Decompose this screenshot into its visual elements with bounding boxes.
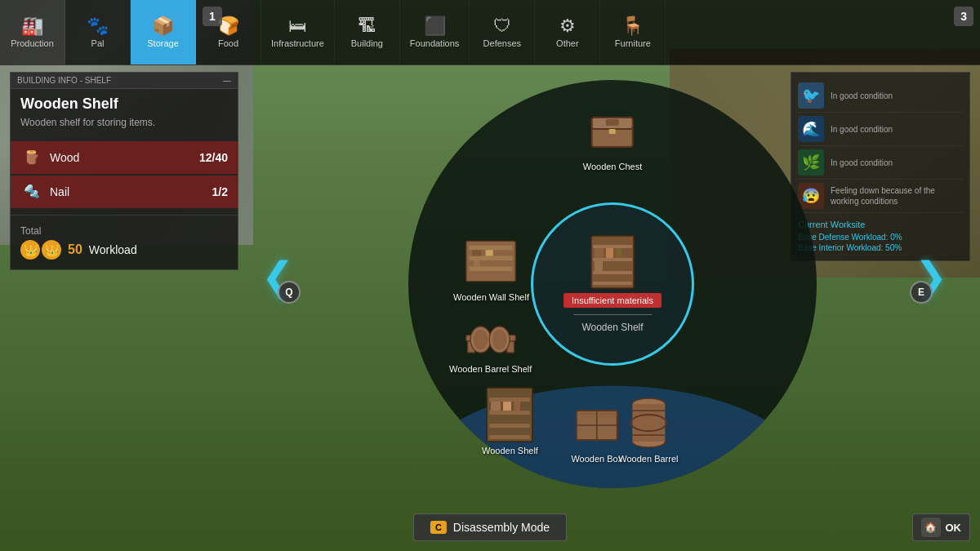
nail-label: Nail	[50, 185, 206, 198]
svg-rect-6	[470, 256, 513, 260]
top-navigation: 1 🏭 Production 🐾 Pal 📦 Storage 🍞 Food 🛏 …	[0, 0, 980, 65]
building-info-panel: BUILDING INFO - SHELF — Wooden Shelf Woo…	[10, 72, 238, 270]
worksite-title: Current Worksite	[798, 220, 963, 229]
svg-rect-39	[593, 271, 632, 274]
barrel-shelf-icon	[465, 307, 517, 359]
wooden-barrel-label: Wooden Barrel	[618, 454, 678, 464]
tab-storage[interactable]: 📦 Storage	[131, 0, 196, 64]
disassembly-key: C	[430, 521, 447, 534]
ok-button-area: 🏠 OK	[912, 513, 971, 541]
other-label: Other	[556, 38, 579, 48]
worksite-footer: Current Worksite Base Defense Workload: …	[798, 213, 963, 252]
tab-production[interactable]: 🏭 Production	[0, 0, 65, 64]
status-panel: 🐦 In good condition 🌊 In good condition …	[791, 72, 970, 261]
barrel-shelf-label: Wooden Barrel Shelf	[449, 364, 532, 374]
status-row-1: 🐦 In good condition	[798, 79, 963, 113]
svg-point-17	[492, 329, 506, 349]
wood-icon: 🪵	[20, 146, 43, 169]
panel-header-bar: BUILDING INFO - SHELF —	[11, 73, 238, 89]
wooden-shelf-selected-label: Wooden Shelf	[482, 446, 538, 455]
center-shelf-display: Insufficient materials Wooden Shelf	[564, 234, 662, 333]
svg-rect-41	[595, 248, 604, 258]
radial-item-barrel-shelf[interactable]: Wooden Barrel Shelf	[449, 307, 532, 374]
pal-status-icon-3: 🌿	[798, 149, 824, 176]
svg-rect-2	[606, 119, 619, 126]
svg-rect-23	[491, 402, 501, 411]
disassembly-label: Disassembly Mode	[453, 521, 550, 534]
tab-defenses[interactable]: 🛡 Defenses	[470, 0, 535, 64]
wooden-chest-icon	[586, 104, 639, 157]
building-description: Wooden shelf for storing items.	[11, 116, 238, 140]
svg-point-15	[473, 329, 488, 349]
svg-rect-10	[474, 260, 479, 266]
svg-rect-8	[473, 250, 482, 256]
radial-center-item: Insufficient materials Wooden Shelf	[531, 202, 694, 366]
building-title: Wooden Shelf	[11, 89, 238, 116]
svg-rect-37	[593, 245, 632, 248]
tab-infrastructure[interactable]: 🛏 Infrastructure	[261, 0, 335, 64]
radial-item-wooden-chest[interactable]: Wooden Chest	[583, 104, 643, 171]
nail-count: 1/2	[212, 185, 228, 198]
worksite-item-2: Base Interior Workload: 50%	[798, 243, 963, 252]
svg-rect-45	[608, 261, 614, 271]
infra-icon: 🛏	[288, 17, 306, 35]
foundations-icon: ⬛	[424, 17, 446, 35]
wall-shelf-icon	[465, 235, 517, 287]
workload-icons: 👑 👑	[20, 240, 61, 260]
svg-rect-7	[470, 266, 513, 270]
workload-icon-1: 👑	[20, 240, 40, 260]
pal-label: Pal	[91, 38, 105, 48]
svg-rect-25	[514, 402, 520, 411]
pal-icon: 🐾	[87, 17, 109, 35]
status-row-4: 😰 Feeling down because of the working co…	[798, 180, 963, 213]
nav-badge-left: 1	[203, 7, 222, 26]
panel-footer: Total 👑 👑 50 Workload	[11, 215, 238, 269]
worksite-item-1: Base Defense Workload: 0%	[798, 233, 963, 242]
tab-furniture[interactable]: 🪑 Furniture	[600, 0, 666, 64]
pal-status-text-1: In good condition	[831, 91, 893, 101]
svg-rect-21	[489, 424, 530, 428]
tab-other[interactable]: ⚙ Other	[535, 0, 600, 64]
tab-pal[interactable]: 🐾 Pal	[65, 0, 131, 64]
svg-rect-42	[606, 248, 613, 258]
tab-foundations[interactable]: ⬛ Foundations	[400, 0, 470, 64]
workload-section: 👑 👑 50 Workload	[20, 240, 228, 260]
storage-icon: 📦	[152, 17, 174, 35]
key-e-badge: E	[910, 281, 933, 304]
svg-rect-32	[632, 404, 665, 442]
key-e-hint: E	[910, 281, 933, 304]
wooden-barrel-icon	[622, 397, 675, 449]
tab-building[interactable]: 🏗 Building	[335, 0, 400, 64]
disassembly-mode-button[interactable]: C Disassembly Mode	[413, 513, 567, 541]
key-q-badge: Q	[278, 281, 301, 304]
defenses-label: Defenses	[483, 38, 521, 48]
infra-label: Infrastructure	[271, 38, 324, 48]
radial-item-wooden-box[interactable]: Wooden Box	[571, 397, 623, 464]
pal-status-icon-2: 🌊	[798, 116, 824, 142]
status-row-2: 🌊 In good condition	[798, 113, 963, 146]
pal-status-icon-4: 😰	[798, 183, 824, 209]
radial-item-wall-shelf[interactable]: Wooden Wall Shelf	[453, 235, 529, 302]
production-label: Production	[11, 38, 54, 48]
wooden-chest-label: Wooden Chest	[583, 162, 643, 171]
workload-amount: 50	[68, 242, 82, 257]
pal-status-text-2: In good condition	[831, 124, 893, 135]
wooden-box-icon	[571, 397, 623, 449]
ok-label: OK	[946, 522, 962, 534]
material-row-nail: 🔩 Nail 1/2	[11, 176, 238, 208]
radial-item-wooden-barrel[interactable]: Wooden Barrel	[618, 397, 678, 464]
svg-rect-5	[470, 245, 513, 249]
workload-icon-2: 👑	[42, 240, 61, 260]
radial-item-wooden-shelf-selected[interactable]: Wooden Shelf	[482, 389, 538, 455]
ok-button[interactable]: 🏠 OK	[912, 513, 971, 541]
defenses-icon: 🛡	[493, 17, 511, 35]
food-label: Food	[218, 38, 238, 48]
panel-header-text: BUILDING INFO - SHELF	[17, 76, 111, 85]
other-icon: ⚙	[559, 17, 576, 35]
nav-badge-right: 3	[954, 7, 973, 26]
wood-label: Wood	[50, 151, 193, 164]
production-icon: 🏭	[21, 17, 43, 35]
panel-close-icon[interactable]: —	[223, 76, 231, 85]
workload-label: Workload	[89, 243, 137, 256]
svg-rect-19	[489, 398, 530, 402]
